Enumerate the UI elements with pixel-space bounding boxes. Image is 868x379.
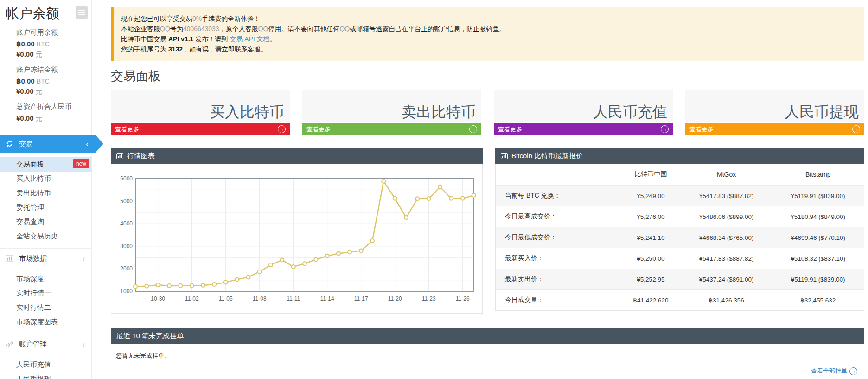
panels-row: 行情图表 10-3011-0211-0511-0811-1111-1411-17… (111, 148, 864, 314)
quote-header-row: 比特币中国MtGoxBitstamp (496, 164, 864, 186)
orders-panel-header: 最近 10 笔未完成挂单 (111, 328, 864, 344)
svg-text:2000: 2000 (120, 265, 133, 272)
sidebar-section-account[interactable]: 账户管理 ‹ (0, 334, 91, 354)
quote-row-label: 最新卖出价： (496, 269, 621, 290)
notice-line: 现在起您已可以享受交易0%手续费的全新体验！ (121, 13, 857, 24)
quote-row: 今日最低成交价： ¥5,241.10¥4668.34 ($765.00)¥469… (496, 227, 864, 248)
arrow-right-icon: → (852, 125, 860, 133)
sidebar-item[interactable]: 卖出比特币 (0, 186, 91, 200)
view-more-button-buy-btc[interactable]: 查看更多 → (111, 123, 290, 135)
svg-text:11-17: 11-17 (354, 295, 368, 302)
svg-text:5000: 5000 (120, 198, 133, 205)
sidebar-section-label: 账户管理 (19, 340, 77, 349)
balance-value: ¥0.00 元 (16, 49, 87, 59)
card-title: 买入比特币 (111, 90, 290, 122)
action-card-sell-btc: 卖出比特币 查看更多 → (302, 90, 481, 135)
quote-value: ¥5119.91 ($839.00) (772, 186, 864, 206)
card-title: 卖出比特币 (302, 90, 481, 122)
balance-unit: BTC (37, 40, 50, 48)
menu-section-market-data: 市场数据 ‹ 市场深度 实时行情一 实时行情二 市场深度图表 (0, 248, 91, 334)
quote-panel-title: Bitcoin 比特币最新报价 (511, 152, 583, 161)
sidebar-section-market-data[interactable]: 市场数据 ‹ (0, 249, 91, 268)
view-all-orders-link[interactable]: 查看全部挂单 → (811, 367, 857, 375)
sidebar-item[interactable]: 全站交易历史 (0, 229, 91, 244)
quote-value: ¥5108.32 ($837.10) (772, 248, 864, 269)
arrow-right-icon: → (278, 125, 286, 133)
svg-text:1000: 1000 (120, 288, 133, 295)
new-badge: new (73, 159, 89, 168)
quote-row: 今日最高成交价： ¥5,276.00¥5486.06 ($899.00)¥518… (496, 206, 864, 227)
quote-column-header: 比特币中国 (621, 164, 681, 186)
svg-text:11-26: 11-26 (456, 295, 470, 302)
balance-unit: BTC (37, 77, 50, 85)
sidebar-item[interactable]: 交易查询 (0, 215, 91, 229)
page-title: 交易面板 (111, 69, 864, 83)
quote-value: ¥5,250.00 (621, 248, 681, 269)
notice-line: 您的手机尾号为 3132，如有误，请立即联系客服。 (121, 44, 857, 54)
quote-value: ¥5486.06 ($899.00) (681, 206, 772, 227)
quote-value: ¥5,249.00 (621, 186, 681, 206)
sidebar-title: 帐户余额 (6, 5, 59, 22)
quote-value: ฿41,422.620 (621, 290, 681, 311)
sidebar-item[interactable]: 人民币提现 (0, 372, 91, 379)
quote-panel: Bitcoin 比特币最新报价 比特币中国MtGoxBitstamp 当前每 B… (495, 148, 864, 311)
quote-value: ฿31,426.356 (681, 290, 772, 311)
notice-line: 本站企业客服QQ号为4006643033，原个人客服QQ停用。请不要向其他任何Q… (121, 24, 857, 34)
menu-section-account: 账户管理 ‹ 人民币充值 人民币提现 (0, 334, 91, 379)
balance-group: 账户可用余额 ฿0.00 BTC¥0.00 元 (16, 28, 87, 59)
balance-label: 总资产折合人民币 (16, 102, 87, 111)
sidebar-item[interactable]: 实时行情一 (0, 286, 91, 301)
quote-value: ¥5,252.95 (621, 269, 681, 290)
chevron-left-icon: ‹ (86, 140, 89, 148)
chart-icon (501, 153, 508, 159)
quote-value: ¥4699.46 ($770.10) (772, 227, 864, 248)
quote-row-label: 今日成交量： (496, 290, 621, 311)
quote-value: ¥5417.83 ($887.82) (681, 186, 772, 206)
submenu-account: 人民币充值 人民币提现 (0, 354, 91, 379)
sidebar-item[interactable]: 交易面板 new (0, 157, 91, 172)
balance-value: ¥0.00 元 (16, 86, 87, 96)
balance-label: 账户可用余额 (16, 28, 87, 37)
chevron-left-icon: ‹ (82, 340, 85, 348)
svg-text:3000: 3000 (120, 243, 133, 250)
action-cards: 买入比特币 查看更多 → 卖出比特币 查看更多 → 人民币充值 查看更多 → 人… (111, 90, 864, 135)
sidebar-section-trade[interactable]: 交易 ‹ (0, 135, 95, 153)
sidebar-item[interactable]: 市场深度 (0, 272, 91, 286)
balance-unit: 元 (36, 115, 42, 122)
menu-section-trade: 交易 ‹ 交易面板 new 买入比特币 卖出比特币 委托管理 (0, 135, 91, 248)
sidebar: 帐户余额 账户可用余额 ฿0.00 BTC¥0.00 元 账户冻结金额 ฿0.0… (0, 0, 92, 379)
bar-chart-icon (6, 255, 13, 262)
quote-row: 最新卖出价： ¥5,252.95¥5437.24 ($891.00)¥5119.… (496, 269, 864, 290)
sidebar-item[interactable]: 人民币充值 (0, 358, 91, 372)
quote-row: 最新买入价： ¥5,250.00¥5417.83 ($887.82)¥5108.… (496, 248, 864, 269)
notice-link[interactable]: 交易 API 文档 (230, 35, 269, 43)
chart-icon (116, 153, 123, 159)
quote-value: ¥4668.34 ($765.00) (681, 227, 772, 248)
quote-panel-header: Bitcoin 比特币最新报价 (495, 148, 864, 164)
balance-value: ¥0.00 元 (16, 113, 87, 123)
balance-label: 账户冻结金额 (16, 65, 87, 74)
submenu-trade: 交易面板 new 买入比特币 卖出比特币 委托管理 交易查询 (0, 153, 91, 248)
quote-column-header: MtGox (681, 164, 772, 186)
hamburger-icon (78, 10, 85, 11)
sidebar-header: 帐户余额 (0, 0, 91, 22)
sidebar-item[interactable]: 委托管理 (0, 200, 91, 215)
quote-value: ¥5119.91 ($839.00) (772, 269, 864, 290)
svg-text:10-30: 10-30 (151, 295, 165, 302)
svg-text:11-23: 11-23 (422, 295, 436, 302)
view-more-button-cny-deposit[interactable]: 查看更多 → (494, 123, 673, 135)
sidebar-item[interactable]: 实时行情二 (0, 301, 91, 315)
view-more-button-sell-btc[interactable]: 查看更多 → (302, 123, 481, 135)
notice-banner: 现在起您已可以享受交易0%手续费的全新体验！本站企业客服QQ号为40066430… (111, 7, 864, 61)
balance-summary: 账户可用余额 ฿0.00 BTC¥0.00 元 账户冻结金额 ฿0.00 BTC… (0, 28, 91, 123)
sidebar-item[interactable]: 买入比特币 (0, 172, 91, 186)
quote-table: 比特币中国MtGoxBitstamp 当前每 BTC 兑换： ¥5,249.00… (496, 164, 864, 310)
balance-value: ฿0.00 BTC (16, 76, 87, 86)
quote-value: ¥5,241.10 (621, 227, 681, 248)
view-more-button-cny-withdraw[interactable]: 查看更多 → (685, 123, 864, 135)
menu-toggle-button[interactable] (76, 6, 88, 19)
arrow-right-icon: → (469, 125, 477, 133)
sidebar-item[interactable]: 市场深度图表 (0, 315, 91, 329)
balance-group: 总资产折合人民币 ¥0.00 元 (16, 102, 87, 123)
svg-text:11-02: 11-02 (185, 295, 199, 302)
